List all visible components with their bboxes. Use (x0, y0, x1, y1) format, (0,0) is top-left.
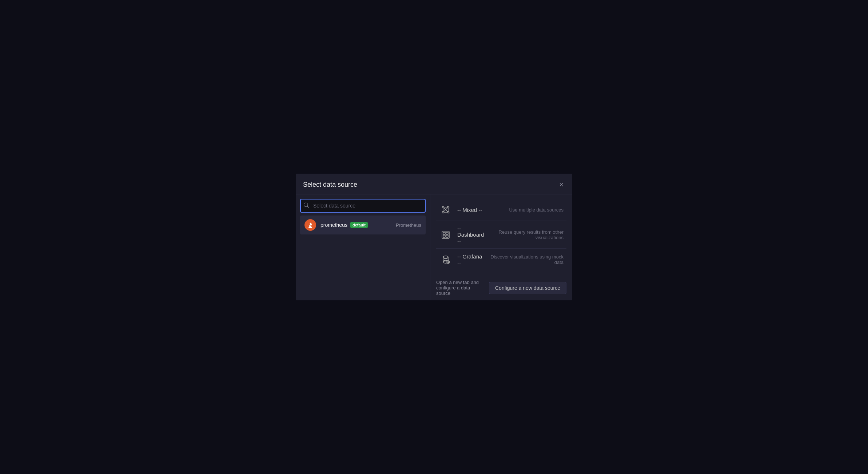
special-item-dashboard[interactable]: -- Dashboard -- Reuse query results from… (436, 221, 566, 249)
modal-footer: Open a new tab and configure a data sour… (430, 275, 572, 300)
special-item-mixed[interactable]: -- Mixed -- Use multiple data sources (436, 199, 566, 221)
svg-point-0 (442, 206, 444, 208)
configure-button[interactable]: Configure a new data source (489, 282, 566, 294)
special-item-grafana[interactable]: -- Grafana -- Discover visualizations us… (436, 249, 566, 270)
svg-rect-12 (446, 232, 448, 234)
modal-title: Select data source (303, 181, 357, 189)
mixed-desc: Use multiple data sources (509, 207, 564, 213)
search-icon (304, 203, 309, 209)
svg-rect-14 (446, 235, 448, 237)
svg-point-19 (443, 258, 448, 261)
grafana-icon (439, 253, 452, 266)
select-datasource-modal: Select data source × (296, 174, 572, 300)
svg-point-21 (448, 262, 449, 263)
grafana-label: -- Grafana -- (457, 253, 485, 266)
svg-point-3 (447, 212, 449, 213)
footer-text: Open a new tab and configure a data sour… (436, 280, 483, 296)
svg-rect-11 (443, 232, 445, 234)
search-input[interactable] (300, 199, 426, 213)
dashboard-desc: Reuse query results from other visualiza… (487, 229, 564, 240)
modal-header: Select data source × (296, 174, 572, 194)
left-panel: prometheus default Prometheus (296, 194, 430, 300)
mixed-label: -- Mixed -- (457, 207, 482, 213)
datasource-type: Prometheus (396, 222, 421, 228)
datasource-name: prometheus (320, 222, 347, 228)
svg-point-2 (442, 212, 444, 213)
dashboard-label: -- Dashboard -- (457, 225, 487, 244)
right-panel: -- Mixed -- Use multiple data sources (430, 194, 572, 300)
svg-point-1 (447, 206, 449, 208)
svg-point-15 (443, 256, 448, 258)
modal-overlay: Select data source × (0, 0, 868, 474)
datasource-item-prometheus[interactable]: prometheus default Prometheus (300, 216, 426, 234)
special-sources: -- Mixed -- Use multiple data sources (430, 194, 572, 275)
grafana-desc: Discover visualizations using mock data (485, 254, 564, 265)
close-button[interactable]: × (558, 179, 565, 190)
modal-body: prometheus default Prometheus (296, 194, 572, 300)
datasource-badge: default (350, 222, 368, 228)
mixed-icon (439, 203, 452, 216)
svg-rect-13 (443, 235, 445, 237)
datasource-list: prometheus default Prometheus (300, 216, 426, 296)
dashboard-icon (439, 228, 452, 241)
search-container (300, 199, 426, 213)
prometheus-icon (304, 219, 316, 231)
